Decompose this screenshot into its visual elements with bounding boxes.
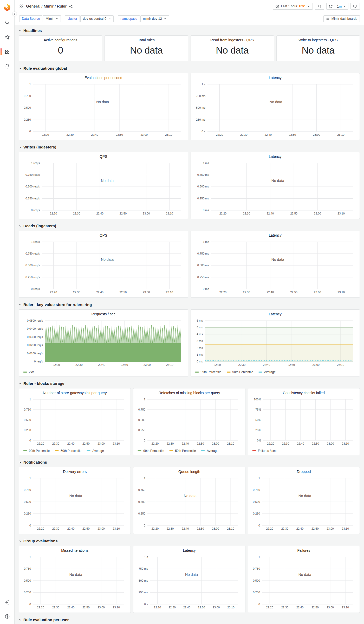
- x-axis-tick-label: 22:20: [219, 291, 226, 294]
- legend-label: 50th Percentile: [232, 370, 253, 374]
- legend-item[interactable]: 50th Percentile: [227, 370, 253, 374]
- search-icon: [5, 20, 10, 25]
- section-header[interactable]: Ruler - key-value store for rulers ring: [19, 302, 360, 307]
- panel-title[interactable]: Latency: [191, 154, 360, 159]
- variable-value-select[interactable]: Mimir: [43, 15, 61, 22]
- legend-item[interactable]: 99th Percentile: [138, 449, 164, 453]
- panel-title[interactable]: Delivery errors: [19, 469, 131, 474]
- panel-title[interactable]: Latency: [191, 312, 360, 316]
- section-header[interactable]: Reads (ingesters): [19, 223, 360, 229]
- x-axis-tick-label: 22:30: [75, 363, 83, 366]
- time-series-chart[interactable]: 0 req/s0.250 req/s0.500 req/s0.750 req/s…: [21, 160, 185, 217]
- time-series-chart[interactable]: 0%25%50%75%100%22:2022:3022:4022:5023:00…: [250, 397, 357, 447]
- panel-title[interactable]: Consistency checks failed: [248, 391, 360, 395]
- sidebar-expand-toggle[interactable]: ›: [12, 11, 17, 16]
- cycle-view-mode-button[interactable]: [350, 3, 360, 10]
- y-axis-tick-label: 0.500: [253, 500, 260, 503]
- time-series-chart[interactable]: 0 ms0.250 ms0.500 ms0.750 ms1 ms22:2022:…: [193, 239, 357, 295]
- breadcrumb[interactable]: General / Mimir / Ruler: [19, 4, 73, 9]
- legend-item[interactable]: 99th Percentile: [23, 449, 50, 453]
- panel-title[interactable]: Failures: [248, 548, 360, 553]
- time-series-chart[interactable]: 0 ms1 ms2 ms3 ms4 ms5 ms6 ms22:2022:3022…: [193, 318, 357, 368]
- panel-missed-iterations: Missed iterations 00.2500.5000.750122:20…: [19, 546, 131, 613]
- legend-item[interactable]: 50th Percentile: [169, 449, 196, 453]
- panel-title[interactable]: Active configurations: [44, 38, 77, 42]
- time-series-chart[interactable]: 00.2500.5000.750122:2022:3022:4022:5023:…: [135, 476, 242, 532]
- panel-title[interactable]: QPS: [19, 233, 188, 238]
- variable-label[interactable]: namespace: [118, 15, 140, 22]
- legend-item[interactable]: 50th Percentile: [55, 449, 81, 453]
- panel-title[interactable]: Latency: [191, 75, 360, 80]
- panel-title[interactable]: Requests / sec: [19, 312, 188, 316]
- variable-label[interactable]: Data Source: [19, 15, 42, 22]
- panel-evaluations-per-second: Evaluations per second 00.2500.5000.7501…: [19, 73, 188, 140]
- time-series-chart[interactable]: 0 s250 ms500 ms750 ms1 s22:2022:3022:402…: [193, 82, 357, 138]
- panel-title[interactable]: Number of store-gateways hit per query: [19, 391, 131, 395]
- panel-title[interactable]: Dropped: [248, 469, 360, 474]
- variable-label[interactable]: cluster: [65, 15, 80, 22]
- variable-value-select[interactable]: mimir-dev-12: [140, 15, 169, 22]
- section-title: Rule evaluations global: [23, 66, 67, 70]
- y-axis-tick-label: 0.250: [24, 118, 31, 121]
- variable-value-select[interactable]: dev-us-central-0: [80, 15, 114, 22]
- refresh-interval-select[interactable]: 1m: [335, 3, 348, 9]
- time-series-chart[interactable]: 0 req/s0.0100 req/s0.0200 req/s0.0300 re…: [21, 318, 185, 368]
- panel-title[interactable]: Latency: [133, 548, 245, 553]
- share-icon[interactable]: [69, 4, 73, 8]
- time-range-picker[interactable]: Last 1 hour UTC: [273, 3, 313, 10]
- panel-title[interactable]: Queue length: [133, 469, 245, 474]
- legend-item[interactable]: 2xx: [23, 370, 34, 374]
- x-axis-tick-label: 22:40: [266, 212, 274, 215]
- panel-title[interactable]: Missed iterations: [19, 548, 131, 553]
- legend-item[interactable]: Average: [87, 449, 104, 453]
- panel-title[interactable]: Evaluations per second: [19, 75, 188, 80]
- section-header[interactable]: Rule evaluations global: [19, 66, 360, 71]
- zoom-out-button[interactable]: [315, 3, 324, 10]
- legend-item[interactable]: Failures / sec: [252, 449, 276, 453]
- panel-title[interactable]: Write to ingesters - QPS: [298, 38, 338, 42]
- y-axis-tick-label: 0.250: [138, 512, 146, 515]
- panel-title[interactable]: Latency: [191, 233, 360, 238]
- legend-item[interactable]: 99th Percentile: [195, 370, 222, 374]
- time-series-chart[interactable]: 00.2500.5000.750122:2022:3022:4022:5023:…: [21, 476, 128, 532]
- sidebar-item-starred[interactable]: [0, 33, 15, 41]
- sidebar-item-search[interactable]: [0, 19, 15, 27]
- panel-title[interactable]: Read from ingesters - QPS: [210, 38, 254, 42]
- x-axis-tick-label: 22:50: [121, 363, 128, 366]
- time-series-chart[interactable]: 0 req/s0.250 req/s0.500 req/s0.750 req/s…: [21, 239, 185, 295]
- section-title: Ruler - blocks storage: [23, 381, 64, 386]
- mimir-dashboards-button[interactable]: Mimir dashboards: [323, 15, 360, 22]
- sidebar-item-sign-in[interactable]: [0, 599, 15, 606]
- time-series-chart[interactable]: 00.2500.5000.750122:2022:3022:4022:5023:…: [250, 476, 357, 532]
- time-series-chart[interactable]: 00.2500.5000.750122:2022:3022:4022:5023:…: [250, 554, 357, 610]
- section-header[interactable]: Ruler - blocks storage: [19, 381, 360, 386]
- time-series-chart[interactable]: 0 ms0.250 ms0.500 ms0.750 ms1 ms22:2022:…: [193, 160, 357, 217]
- panel-title[interactable]: Refetches of missing blocks per query: [133, 391, 245, 395]
- time-series-chart[interactable]: 00.2500.5000.750122:2022:3022:4022:5023:…: [21, 82, 185, 138]
- time-series-chart[interactable]: 00.2500.5000.750122:2022:3022:4022:5023:…: [135, 397, 242, 447]
- panel-title[interactable]: Total rules: [138, 38, 155, 42]
- legend-swatch: [55, 450, 59, 451]
- section-header[interactable]: Notifications: [19, 459, 360, 465]
- section-header[interactable]: Rule evaluation per user: [19, 617, 360, 622]
- sidebar-item-dashboards[interactable]: [0, 48, 15, 56]
- time-series-chart[interactable]: 00.2500.5000.750122:2022:3022:4022:5023:…: [21, 554, 128, 610]
- section-header[interactable]: Group evaluations: [19, 538, 360, 544]
- y-axis-tick-label: 0.250: [138, 428, 146, 432]
- refresh-button[interactable]: [327, 3, 335, 9]
- legend-item[interactable]: Average: [201, 449, 218, 453]
- grafana-logo-icon[interactable]: [3, 4, 11, 11]
- x-axis-tick-label: 23:10: [228, 606, 235, 609]
- legend-item[interactable]: Average: [258, 370, 276, 374]
- panel-dropped: Dropped 00.2500.5000.750122:2022:3022:40…: [248, 467, 360, 534]
- time-series-chart[interactable]: 0 s250 ms500 ms750 ms1 s22:2022:3022:402…: [135, 554, 242, 610]
- y-axis-tick-label: 0.750: [24, 94, 31, 98]
- section-header[interactable]: Writes (ingesters): [19, 144, 360, 150]
- time-series-chart[interactable]: 00.2500.5000.750122:2022:3022:4022:5023:…: [21, 397, 128, 447]
- sidebar-item-help[interactable]: [0, 613, 15, 620]
- page-title: General / Mimir / Ruler: [26, 4, 67, 9]
- sidebar-item-alerting[interactable]: [0, 62, 15, 70]
- section-header[interactable]: Headlines: [19, 28, 360, 33]
- refresh-interval-label: 1m: [337, 4, 342, 8]
- panel-title[interactable]: QPS: [19, 154, 188, 159]
